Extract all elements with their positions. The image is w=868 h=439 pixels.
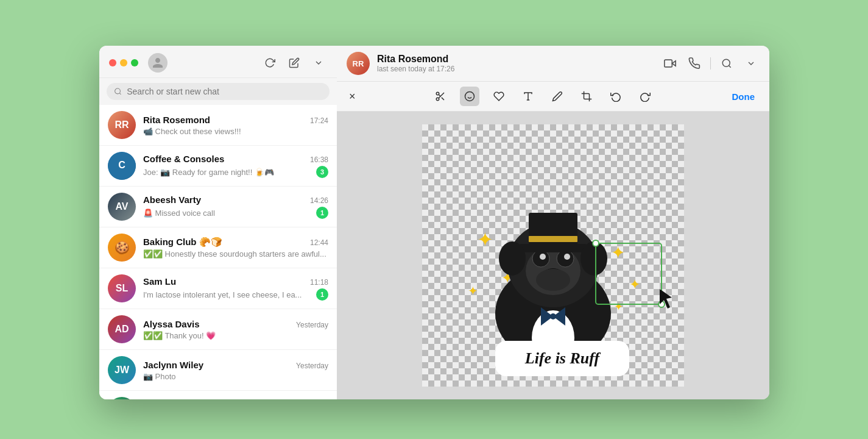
chat-item-abeesh[interactable]: AV Abeesh Varty 14:26 🚨 Missed voice cal… — [99, 187, 337, 227]
chat-item-rita[interactable]: RR Rita Rosemond 17:24 📹 Check out these… — [99, 105, 337, 146]
chat-item-mum[interactable]: M Mum Yesterday ✅✅ Night, love you too x… — [99, 391, 337, 399]
close-window-btn[interactable] — [109, 59, 116, 66]
chat-header-avatar: RR — [347, 52, 370, 75]
undo-tool[interactable] — [606, 87, 626, 106]
chat-time-coffee: 16:38 — [310, 155, 328, 164]
chat-item-jaclynn[interactable]: JW Jaclynn Wiley Yesterday 📷 Photo — [99, 350, 337, 391]
avatar-coffee: C — [108, 152, 136, 180]
user-avatar[interactable] — [148, 53, 168, 73]
maximize-window-btn[interactable] — [131, 59, 138, 66]
chat-item-alyssa[interactable]: AD Alyssa Davis Yesterday ✅✅ Thank you! … — [99, 309, 337, 350]
svg-point-0 — [115, 88, 121, 94]
editor-close-button[interactable]: × — [347, 88, 358, 105]
chat-header-info: Rita Rosemond last seen today at 17:26 — [377, 54, 654, 73]
svg-point-6 — [722, 59, 730, 66]
header-chevron-icon[interactable] — [743, 55, 760, 72]
pug-scene: ✦ ✦ ✦ ✦ ✦ ✦ — [422, 124, 684, 387]
banner-text: Life is Ruff — [524, 349, 601, 367]
emoji-tool[interactable] — [460, 87, 479, 106]
editor-toolbar: × — [337, 82, 769, 112]
app-window: RR Rita Rosemond 17:24 📹 Check out these… — [99, 46, 769, 399]
chat-info-coffee: Coffee & Consoles 16:38 Joe: 📷 Ready for… — [143, 154, 328, 178]
chat-name-abeesh: Abeesh Varty — [143, 195, 201, 205]
svg-marker-4 — [672, 61, 676, 66]
svg-point-30 — [536, 269, 570, 291]
avatar-abeesh: AV — [108, 193, 136, 221]
svg-rect-5 — [665, 60, 672, 67]
sparkle-1: ✦ — [477, 229, 493, 251]
sparkle-3: ✦ — [468, 284, 478, 298]
chat-time-baking: 12:44 — [310, 238, 328, 247]
chat-preview-baking: ✅✅ Honestly these sourdough starters are… — [143, 249, 328, 259]
redo-tool[interactable] — [635, 87, 655, 106]
search-input-wrap[interactable] — [107, 83, 330, 100]
pencil-tool[interactable] — [548, 87, 567, 106]
crop-tool[interactable] — [577, 87, 596, 106]
svg-point-22 — [550, 313, 556, 319]
chat-preview-alyssa: ✅✅ Thank you! 💗 — [143, 331, 328, 340]
phone-call-icon[interactable] — [686, 55, 703, 72]
chevron-down-icon[interactable] — [310, 54, 327, 71]
compose-icon[interactable] — [286, 54, 303, 71]
badge-sam: 1 — [316, 288, 328, 301]
chat-preview-rita: 📹 Check out these views!!! — [143, 127, 328, 136]
search-icon — [114, 87, 122, 96]
chat-time-sam: 11:18 — [310, 278, 328, 287]
svg-point-13 — [465, 92, 474, 101]
header-search-icon[interactable] — [718, 55, 735, 72]
sparkle-6: ✦ — [614, 301, 623, 313]
chat-time-rita: 17:24 — [310, 116, 328, 125]
avatar-alyssa: AD — [108, 315, 136, 343]
avatar-baking: 🍪 — [108, 234, 136, 262]
svg-line-12 — [439, 95, 440, 96]
chat-preview-coffee: Joe: 📷 Ready for game night!! 🍺🎮 — [143, 168, 312, 177]
sidebar: RR Rita Rosemond 17:24 📹 Check out these… — [99, 46, 337, 399]
pug-illustration: ✦ ✦ ✦ ✦ ✦ ✦ — [422, 124, 684, 387]
chat-time-abeesh: 14:26 — [310, 196, 328, 205]
chat-list: RR Rita Rosemond 17:24 📹 Check out these… — [99, 105, 337, 399]
badge-abeesh: 1 — [316, 207, 328, 219]
scissors-tool[interactable] — [431, 87, 450, 106]
chat-item-coffee[interactable]: C Coffee & Consoles 16:38 Joe: 📷 Ready f… — [99, 146, 337, 187]
search-input[interactable] — [127, 87, 322, 96]
svg-point-8 — [436, 92, 439, 95]
avatar-sam: SL — [108, 274, 136, 302]
svg-point-27 — [540, 254, 546, 260]
chat-name-baking: Baking Club 🥐🍞 — [143, 237, 222, 248]
chat-item-sam[interactable]: SL Sam Lu 11:18 I'm lactose intolerant y… — [99, 268, 337, 309]
svg-point-34 — [499, 241, 526, 276]
badge-coffee: 3 — [316, 166, 328, 178]
chat-header-name: Rita Rosemond — [377, 54, 654, 65]
svg-line-11 — [441, 98, 443, 100]
canvas-area: ✦ ✦ ✦ ✦ ✦ ✦ — [337, 112, 769, 399]
chat-header-actions — [662, 55, 760, 72]
chat-info-baking: Baking Club 🥐🍞 12:44 ✅✅ Honestly these s… — [143, 237, 328, 259]
sparkle-5: ✦ — [629, 277, 640, 292]
svg-line-1 — [119, 93, 121, 95]
chat-time-alyssa: Yesterday — [296, 321, 328, 329]
avatar-rita: RR — [108, 111, 136, 139]
chat-time-jaclynn: Yesterday — [296, 362, 328, 370]
svg-line-7 — [729, 65, 730, 67]
search-bar — [99, 78, 337, 105]
chat-item-baking[interactable]: 🍪 Baking Club 🥐🍞 12:44 ✅✅ Honestly these… — [99, 227, 337, 268]
chat-header-status: last seen today at 17:26 — [377, 65, 654, 73]
chat-name-sam: Sam Lu — [143, 276, 176, 287]
chat-info-rita: Rita Rosemond 17:24 📹 Check out these vi… — [143, 115, 328, 136]
chat-info-alyssa: Alyssa Davis Yesterday ✅✅ Thank you! 💗 — [143, 319, 328, 340]
chat-preview-sam: I'm lactose intolerant yet, I see cheese… — [143, 290, 312, 299]
svg-text:C: C — [118, 159, 125, 170]
chat-name-alyssa: Alyssa Davis — [143, 319, 200, 329]
video-call-icon[interactable] — [662, 55, 679, 72]
svg-rect-33 — [529, 236, 577, 242]
refresh-icon[interactable] — [261, 54, 278, 71]
chat-name-coffee: Coffee & Consoles — [143, 154, 224, 164]
sticker-tool[interactable] — [489, 87, 509, 106]
minimize-window-btn[interactable] — [120, 59, 127, 66]
svg-point-9 — [436, 98, 439, 101]
text-tool[interactable] — [518, 87, 538, 106]
svg-point-35 — [580, 241, 607, 276]
done-button[interactable]: Done — [727, 89, 760, 104]
chat-header: RR Rita Rosemond last seen today at 17:2… — [337, 46, 769, 82]
svg-rect-32 — [520, 244, 587, 252]
